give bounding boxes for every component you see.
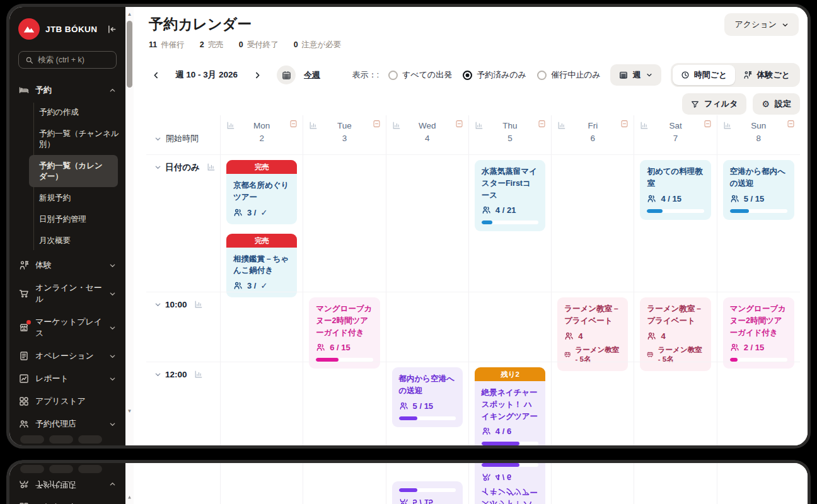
sidebar-item-label: 体験 bbox=[35, 260, 52, 271]
scroll-down-arrow-icon[interactable]: ▼ bbox=[125, 406, 134, 415]
sidebar-item-app-store[interactable]: アプリストア bbox=[9, 390, 125, 413]
sidebar-collapse-icon[interactable] bbox=[107, 25, 117, 34]
column-note-icon[interactable] bbox=[704, 120, 712, 128]
people-icon bbox=[647, 331, 656, 341]
sidebar-item-daily-booking[interactable]: 日別予約管理 bbox=[9, 209, 125, 230]
search-input[interactable] bbox=[38, 55, 110, 64]
event-resource: ラーメン教室 - 5名 bbox=[647, 345, 704, 364]
sidebar-item-label: アプリストア bbox=[35, 396, 86, 407]
search-box[interactable] bbox=[18, 51, 117, 69]
sidebar-item-monthly-summary[interactable]: 月次概要 bbox=[9, 230, 125, 251]
radio-cancelled-only[interactable]: 催行中止のみ bbox=[537, 69, 601, 81]
chevron-down-icon[interactable] bbox=[154, 301, 161, 308]
sidebar: JTB BÓKUN 予約 予約の作成 予約一覧（チャンネル別） 予約一覧（カレン… bbox=[9, 7, 125, 445]
row-chart-icon[interactable] bbox=[194, 370, 203, 379]
capacity-progress bbox=[647, 209, 704, 213]
chevron-down-icon bbox=[109, 324, 116, 331]
event-card-kyoto-tour[interactable]: 完売 京都名所めぐりツアー 3 / ✓ bbox=[226, 160, 297, 224]
column-chart-icon[interactable] bbox=[475, 121, 484, 130]
scroll-up-arrow-icon[interactable]: ▲ bbox=[125, 9, 134, 18]
sidebar-item-booking-list-calendar[interactable]: 予約一覧（カレンダー） bbox=[29, 155, 118, 187]
day-cell: マングローブカヌー2時間ツアーガイド付き 2 / 15 bbox=[717, 292, 800, 362]
sidebar-item-label: レポート bbox=[35, 373, 69, 384]
group-mode-toggle: 時間ごと 体験ごと bbox=[671, 63, 800, 87]
scrollbar-thumb[interactable] bbox=[127, 21, 132, 88]
sidebar-item-bookings[interactable]: 予約 bbox=[9, 79, 125, 101]
sidebar-item-experiences[interactable]: 体験 bbox=[9, 254, 125, 277]
chevron-down-icon bbox=[109, 421, 116, 428]
chevron-down-icon[interactable] bbox=[154, 135, 161, 142]
display-label: 表示：: bbox=[352, 69, 379, 81]
row-chart-icon[interactable] bbox=[194, 300, 203, 309]
event-card-ramen-private[interactable]: ラーメン教室－プライベート 4 ラーメン教室 - 5名 bbox=[640, 297, 710, 371]
event-card-ramen-private[interactable]: ラーメン教室－プライベート 4 ラーメン教室 - 5名 bbox=[557, 297, 628, 371]
column-note-icon[interactable] bbox=[289, 120, 298, 128]
sidebar-item-marketplace[interactable]: マーケットプレイス bbox=[9, 311, 125, 345]
sidebar-item-create-booking[interactable]: 予約の作成 bbox=[9, 101, 125, 123]
view-period-dropdown[interactable]: 週 bbox=[610, 64, 661, 86]
sidebar-scrollbar[interactable]: ▲ ▼ bbox=[125, 7, 134, 445]
chevron-down-icon[interactable] bbox=[154, 164, 161, 171]
day-header-sat: Sat 7 bbox=[634, 115, 717, 154]
sidebar-item-new-booking[interactable]: 新規予約 bbox=[9, 187, 125, 209]
sidebar-item-online-sales[interactable]: オンライン・セール bbox=[9, 277, 125, 311]
event-card-sumo[interactable]: 完売 相撲鑑賞－ちゃんこ鍋付き 3 / ✓ bbox=[226, 234, 297, 298]
people-icon bbox=[316, 343, 325, 352]
segment-by-experience[interactable]: 体験ごと bbox=[735, 65, 798, 85]
previous-week-button[interactable] bbox=[148, 67, 164, 83]
column-note-icon[interactable] bbox=[787, 120, 795, 128]
radio-booked-only[interactable]: 予約済みのみ bbox=[463, 69, 526, 81]
bus-icon bbox=[564, 350, 571, 359]
column-note-icon[interactable] bbox=[455, 120, 463, 128]
day-header-mon: Mon 2 bbox=[221, 115, 303, 154]
chevron-down-icon bbox=[109, 262, 116, 269]
next-week-button[interactable] bbox=[249, 67, 265, 83]
capacity-progress bbox=[482, 442, 538, 445]
column-chart-icon[interactable] bbox=[557, 121, 566, 130]
day-header-wed: Wed 4 bbox=[386, 115, 469, 154]
event-card-mangrove-canoe[interactable]: マングローブカヌー2時間ツアーガイド付き 6 / 15 bbox=[309, 297, 380, 369]
sidebar-item-booking-agents[interactable]: 予約代理店 bbox=[9, 413, 125, 435]
column-chart-icon[interactable] bbox=[309, 121, 318, 130]
filter-button[interactable]: フィルタ bbox=[682, 93, 746, 115]
day-cell: 初めての料理教室 4 / 15 bbox=[634, 154, 717, 292]
event-title: ラーメン教室－プライベート bbox=[647, 303, 704, 327]
segment-by-time[interactable]: 時間ごと bbox=[673, 65, 736, 85]
column-chart-icon[interactable] bbox=[392, 121, 401, 130]
sidebar-item-booking-list-channel[interactable]: 予約一覧（チャンネル別） bbox=[9, 123, 125, 155]
capacity-progress bbox=[399, 416, 456, 420]
people-icon bbox=[233, 281, 243, 290]
column-note-icon[interactable] bbox=[538, 120, 546, 128]
column-note-icon[interactable] bbox=[620, 120, 629, 128]
sidebar-item-label: 予約代理店 bbox=[35, 418, 76, 430]
event-title: マングローブカヌー2時間ツアーガイド付き bbox=[730, 303, 787, 338]
radio-all-departures[interactable]: すべての出発 bbox=[388, 69, 452, 81]
day-cell bbox=[717, 362, 800, 445]
people-icon bbox=[647, 194, 656, 203]
column-chart-icon[interactable] bbox=[640, 121, 649, 130]
check-icon: ✓ bbox=[260, 281, 267, 290]
sidebar-item-operations[interactable]: オペレーション bbox=[9, 345, 125, 367]
operations-icon bbox=[19, 351, 29, 361]
stat-sold-out: 2完売 bbox=[200, 40, 224, 50]
day-header-tue: Tue 3 bbox=[303, 115, 386, 154]
settings-button[interactable]: ⚙ 設定 bbox=[753, 93, 800, 115]
column-note-icon[interactable] bbox=[373, 120, 381, 128]
column-chart-icon[interactable] bbox=[226, 121, 235, 130]
event-card-mangrove-canoe[interactable]: マングローブカヌー2時間ツアーガイド付き 2 / 15 bbox=[723, 297, 794, 369]
sold-out-badge: 完売 bbox=[226, 160, 297, 174]
sidebar-item-reports[interactable]: レポート bbox=[9, 367, 125, 390]
actions-button[interactable]: アクション bbox=[724, 13, 799, 36]
column-chart-icon[interactable] bbox=[723, 121, 732, 130]
chevron-down-icon bbox=[646, 72, 652, 78]
calendar-icon[interactable] bbox=[277, 66, 296, 84]
row-chart-icon[interactable] bbox=[207, 163, 216, 171]
event-card-hiking-tour[interactable]: 残り2 絶景ネイチャースポット！ ハイキングツアー 4 / 6 bbox=[475, 367, 545, 445]
event-card-cooking-class[interactable]: 初めての料理教室 4 / 15 bbox=[640, 160, 710, 220]
event-card-city-to-airport[interactable]: 都内から空港への送迎 5 / 15 bbox=[392, 367, 463, 427]
event-card-airport-pickup[interactable]: 空港から都内への送迎 5 / 15 bbox=[723, 160, 794, 220]
app-window: JTB BÓKUN 予約 予約の作成 予約一覧（チャンネル別） 予約一覧（カレン… bbox=[6, 4, 811, 449]
today-link[interactable]: 今週 bbox=[304, 69, 320, 81]
event-card-distillation[interactable]: 水蒸気蒸留マイスターFirstコース 4 / 21 bbox=[475, 160, 545, 231]
chevron-down-icon[interactable] bbox=[154, 371, 161, 378]
